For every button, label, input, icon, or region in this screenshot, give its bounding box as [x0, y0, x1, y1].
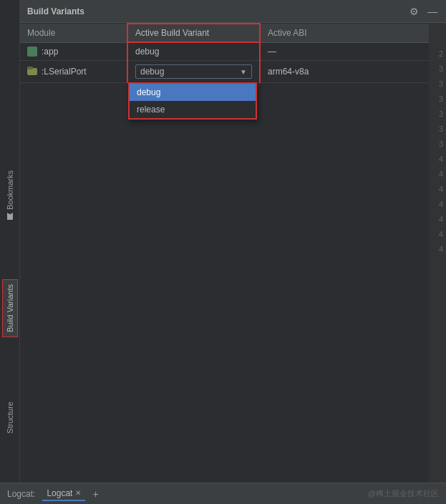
- abi-cell-app: —: [260, 42, 429, 61]
- main-content: Build Variants ⚙ — Module Ac: [20, 0, 446, 504]
- col-header-variant: Active Build Variant: [127, 24, 260, 42]
- dropdown-option-release[interactable]: release: [130, 101, 256, 118]
- col-header-abi: Active ABI: [260, 24, 429, 42]
- table-area: Module Active Build Variant Active ABI: [20, 23, 446, 504]
- module-cell-lib: :LSerialPort: [20, 61, 127, 83]
- watermark: @稀土掘金技术社区: [368, 488, 439, 499]
- logcat-tab[interactable]: Logcat ✕: [42, 487, 85, 501]
- panel-actions: ⚙ —: [408, 5, 439, 18]
- dropdown-option-debug[interactable]: debug: [130, 84, 256, 101]
- module-cell-app: :app: [20, 42, 127, 61]
- bookmark-icon: [7, 213, 13, 220]
- empty-area: [20, 83, 429, 504]
- line-numbers: 2 3 3 3 3 3 3 4 4 4 4 4 4 4: [429, 23, 446, 504]
- sidebar-tab-build-variants[interactable]: Build Variants: [2, 279, 18, 337]
- variant-dropdown-menu: debug release: [128, 82, 257, 120]
- dropdown-arrow-icon: ▼: [240, 68, 247, 76]
- tab-close-button[interactable]: ✕: [75, 489, 81, 497]
- bookmarks-label: Bookmarks: [6, 170, 14, 210]
- panel-title: Build Variants: [27, 6, 84, 16]
- lib-icon: [27, 67, 37, 77]
- variant-cell-app: debug: [127, 42, 260, 61]
- abi-cell-lib: arm64-v8a: [260, 61, 429, 83]
- variant-cell-lib[interactable]: debug ▼ debug release: [127, 61, 260, 83]
- bottom-bar: Logcat: Logcat ✕ + @稀土掘金技术社区: [0, 483, 446, 504]
- sidebar-tab-bookmarks[interactable]: Bookmarks: [3, 165, 17, 226]
- app-icon: [27, 47, 37, 57]
- table-row: :LSerialPort debug ▼: [20, 61, 429, 83]
- col-header-module: Module: [20, 24, 127, 42]
- minimize-button[interactable]: —: [426, 5, 439, 18]
- structure-label: Structure: [6, 402, 14, 434]
- logcat-label: Logcat:: [7, 489, 35, 499]
- left-sidebar: Bookmarks Build Variants Structure: [0, 0, 20, 504]
- add-tab-button[interactable]: +: [92, 488, 98, 500]
- panel-and-empty: Module Active Build Variant Active ABI: [20, 23, 429, 504]
- variants-table: Module Active Build Variant Active ABI: [20, 23, 429, 83]
- table-row: :app debug —: [20, 42, 429, 61]
- variant-dropdown-trigger[interactable]: debug ▼: [135, 64, 252, 79]
- panel-header: Build Variants ⚙ —: [20, 0, 446, 23]
- settings-button[interactable]: ⚙: [408, 5, 420, 18]
- build-variants-label: Build Variants: [6, 284, 14, 332]
- sidebar-tab-structure[interactable]: Structure: [3, 396, 17, 440]
